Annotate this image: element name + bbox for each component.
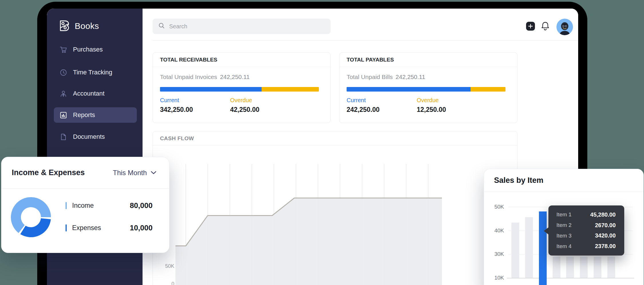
progress-overdue-segment [471,87,505,92]
chevron-down-icon [151,171,157,175]
overdue-value: 42,250.00 [230,106,300,114]
tooltip-arrow [544,227,549,235]
card-title: Sales by Item [484,169,643,192]
progress-overdue-segment [262,87,319,92]
sidebar-item-label: Purchases [73,46,103,53]
legend-row-income: Income 80,000 [66,202,153,209]
sidebar-item-label: Reports [73,111,95,119]
bar[interactable] [566,257,574,278]
current-label: Current [347,97,417,104]
bar[interactable] [594,257,601,278]
clock-icon [60,69,67,76]
bar-highlighted[interactable] [539,211,547,285]
cash-flow-area-chart [175,164,442,285]
sidebar-item-accountant[interactable]: Accountant [54,86,137,101]
chart-tooltip: Item 1 45,280.00 Item 2 2670.00 Item 3 3… [548,205,624,256]
y-axis-tick: 10K [489,275,504,281]
expenses-legend-tick [66,224,67,231]
accountant-icon [60,90,67,98]
card-title: CASH FLOW [153,131,517,146]
card-title: TOTAL RECEIVABLES [153,53,330,67]
sidebar-item-label: Documents [73,133,105,140]
progress-current-segment [160,87,262,92]
overdue-value: 12,250.00 [417,106,487,114]
total-payables-card: TOTAL PAYABLES Total Unpaid Bills242,250… [339,52,517,123]
cash-flow-card: CASH FLOW 50K 0 [153,131,517,285]
current-value: 342,250.00 [160,106,230,114]
bar[interactable] [553,257,560,278]
bar[interactable] [607,257,615,278]
search-input[interactable]: Search [153,19,331,34]
income-expenses-donut-chart[interactable] [10,196,52,238]
income-legend-tick [66,202,67,209]
books-logo-icon [57,19,70,33]
y-axis-tick: 40K [489,227,504,234]
current-label: Current [160,97,230,104]
overdue-label: Overdue [230,97,300,104]
y-axis-tick: 30K [489,251,504,257]
sidebar-item-purchases[interactable]: Purchases [54,42,137,57]
tooltip-row: Item 1 45,280.00 [548,211,624,218]
bar[interactable] [511,223,519,278]
sidebar-item-reports[interactable]: Reports [54,107,137,123]
current-value: 242,250.00 [347,106,417,114]
legend-value: 80,000 [130,201,153,210]
sales-by-item-card: Sales by Item 50K 40K 30K 10K Item 1 45,… [484,169,644,285]
avatar[interactable] [556,19,573,35]
search-placeholder: Search [169,23,187,30]
receivables-progress-bar [160,87,319,92]
notifications-bell-icon[interactable] [540,21,550,31]
tooltip-row: Item 4 2378.00 [548,243,624,250]
income-expenses-card: Income & Expenses This Month Income 80,0… [1,157,169,253]
total-receivables-card: TOTAL RECEIVABLES Total Unpaid Invoices2… [153,52,331,123]
sidebar-item-label: Time Tracking [73,69,112,76]
y-axis-tick: 0 [153,281,174,285]
legend-label: Expenses [72,224,130,232]
sidebar-item-documents[interactable]: Documents [54,129,137,145]
divider [153,40,578,41]
sidebar-item-time-tracking[interactable]: Time Tracking [54,65,137,80]
brand-name: Books [75,21,99,31]
bar[interactable] [525,217,533,278]
card-title: Income & Expenses [12,168,85,177]
reports-icon [60,111,67,119]
tooltip-row: Item 3 3420.00 [548,232,624,239]
legend-value: 10,000 [130,223,153,232]
books-logo[interactable]: Books [57,19,99,33]
document-icon [60,133,67,141]
unpaid-summary: Total Unpaid Bills242,250.11 [347,74,510,80]
tooltip-row: Item 2 2670.00 [548,222,624,229]
sidebar-item-label: Accountant [73,90,104,97]
legend-row-expenses: Expenses 10,000 [66,224,153,231]
x-axis-baseline [507,278,634,278]
legend-label: Income [72,202,130,209]
unpaid-summary: Total Unpaid Invoices242,250.11 [160,74,323,80]
payables-progress-bar [347,87,505,92]
search-icon [158,22,165,30]
period-dropdown[interactable]: This Month [113,169,157,177]
progress-current-segment [347,87,471,92]
overdue-label: Overdue [417,97,487,104]
plus-icon [528,24,533,29]
cart-icon [60,46,67,54]
bar[interactable] [580,257,588,278]
card-title: TOTAL PAYABLES [339,53,517,67]
marketing-canvas: Books Purchases [0,0,644,285]
y-axis-tick: 50K [489,204,504,210]
add-button[interactable] [526,22,535,31]
y-axis-tick: 50K [153,263,174,269]
